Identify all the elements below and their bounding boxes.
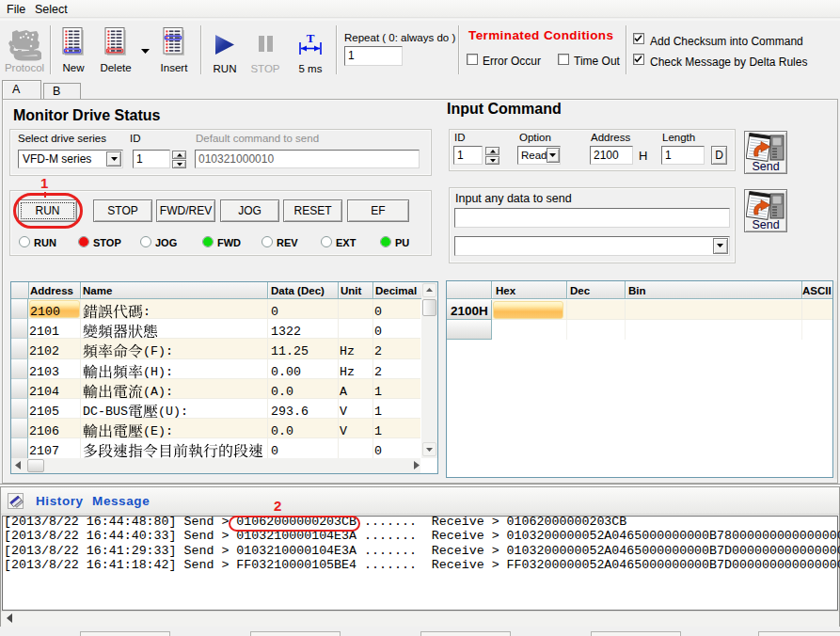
svg-text:T: T — [307, 33, 315, 45]
